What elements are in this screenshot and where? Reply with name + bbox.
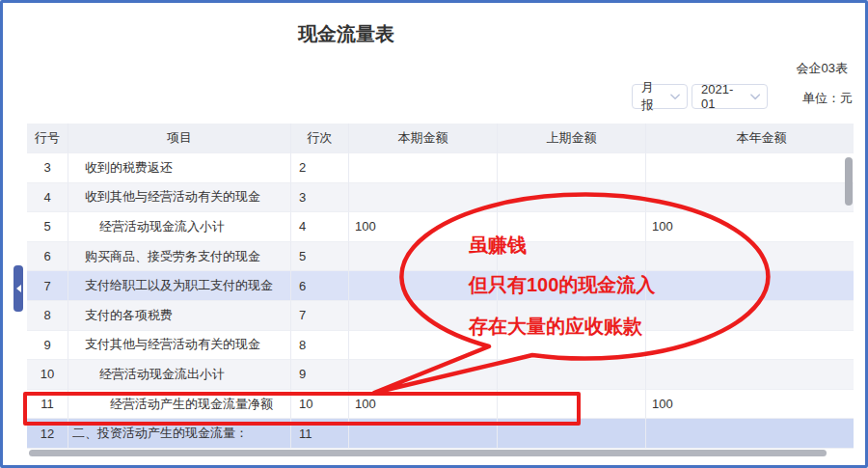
vertical-scrollbar-thumb[interactable]: [845, 157, 853, 206]
cell-row-no: 12: [27, 419, 68, 449]
cell-prior-amount: [498, 271, 646, 301]
table-row[interactable]: 9 支付其他与经营活动有关的现金 8: [27, 331, 854, 361]
cell-item: 二、投资活动产生的现金流量：: [68, 419, 291, 449]
unit-label: 单位：元: [802, 90, 853, 107]
sidebar-collapse-handle[interactable]: [14, 265, 23, 312]
form-code-label: 会企03表: [797, 60, 848, 77]
cell-current-amount: 100: [349, 212, 498, 242]
table-header-row: 行号 项目 行次 本期金额 上期金额 本年金额: [27, 124, 854, 153]
cell-item: 支付的各项税费: [68, 301, 291, 331]
cell-year-amount: 100: [646, 390, 854, 420]
period-type-select[interactable]: 月报: [632, 84, 688, 109]
cell-current-amount: [349, 242, 498, 272]
cell-item: 支付其他与经营活动有关的现金: [68, 331, 291, 361]
cash-flow-table: 行号 项目 行次 本期金额 上期金额 本年金额 3 收到的税费返还 2 4 收到…: [27, 124, 854, 449]
cell-current-amount: [349, 360, 498, 390]
period-type-value: 月报: [641, 79, 665, 114]
cell-item: 经营活动现金流出小计: [68, 360, 291, 390]
cell-year-amount: [646, 360, 854, 390]
column-header-item: 项目: [68, 124, 291, 153]
cell-year-amount: [646, 183, 854, 213]
cell-prior-amount: [498, 390, 646, 420]
cell-line-no: 3: [291, 183, 349, 213]
table-row[interactable]: 12 二、投资活动产生的现金流量： 11: [27, 419, 854, 449]
cell-year-amount: 100: [646, 212, 854, 242]
cell-line-no: 5: [291, 242, 349, 272]
collapse-left-icon: [16, 285, 21, 292]
cell-prior-amount: [498, 242, 646, 272]
cell-year-amount: [646, 153, 854, 183]
cell-item: 经营活动产生的现金流量净额: [68, 390, 291, 420]
table-row[interactable]: 10 经营活动现金流出小计 9: [27, 360, 854, 390]
cell-line-no: 4: [291, 212, 349, 242]
cash-flow-statement-window: 现金流量表 会企03表 单位：元 月报 2021-01 行号 项目 行次 本期金…: [0, 0, 868, 468]
cell-year-amount: [646, 419, 854, 449]
cell-year-amount: [646, 301, 854, 331]
cell-item: 支付给职工以及为职工支付的现金: [68, 271, 291, 301]
cell-line-no: 7: [291, 301, 349, 331]
cell-current-amount: [349, 419, 498, 449]
chevron-down-icon: [750, 94, 760, 100]
cell-line-no: 9: [291, 360, 349, 390]
cell-current-amount: [349, 301, 498, 331]
cell-row-no: 11: [27, 390, 68, 420]
column-header-prior-amount: 上期金额: [498, 124, 646, 153]
cell-row-no: 10: [27, 360, 68, 390]
cell-prior-amount: [498, 183, 646, 213]
cell-current-amount: [349, 271, 498, 301]
cell-item: 收到的税费返还: [68, 153, 291, 183]
cell-row-no: 6: [27, 242, 68, 272]
cell-row-no: 9: [27, 331, 68, 361]
cell-current-amount: [349, 331, 498, 361]
cell-row-no: 8: [27, 301, 68, 331]
table-row[interactable]: 4 收到其他与经营活动有关的现金 3: [27, 183, 854, 213]
cell-prior-amount: [498, 419, 646, 449]
cell-line-no: 8: [291, 331, 349, 361]
table-row[interactable]: 11 经营活动产生的现金流量净额 10 100 100: [27, 390, 854, 420]
cell-line-no: 2: [291, 153, 349, 183]
cell-row-no: 4: [27, 183, 68, 213]
cell-year-amount: [646, 331, 854, 361]
cell-current-amount: [349, 183, 498, 213]
cell-current-amount: [349, 153, 498, 183]
page-title: 现金流量表: [298, 21, 394, 47]
cell-prior-amount: [498, 331, 646, 361]
cell-row-no: 5: [27, 212, 68, 242]
cell-prior-amount: [498, 153, 646, 183]
table-body: 3 收到的税费返还 2 4 收到其他与经营活动有关的现金 3 5 经营活动现金流…: [27, 153, 854, 449]
cell-prior-amount: [498, 212, 646, 242]
horizontal-scrollbar-thumb[interactable]: [29, 450, 827, 456]
cell-item: 购买商品、接受劳务支付的现金: [68, 242, 291, 272]
cell-line-no: 11: [291, 419, 349, 449]
cell-item: 收到其他与经营活动有关的现金: [68, 183, 291, 213]
table-row[interactable]: 3 收到的税费返还 2: [27, 153, 854, 183]
table-row[interactable]: 5 经营活动现金流入小计 4 100 100: [27, 212, 854, 242]
cell-current-amount: 100: [349, 390, 498, 420]
cell-line-no: 10: [291, 390, 349, 420]
report-month-select[interactable]: 2021-01: [692, 84, 768, 109]
cell-line-no: 6: [291, 271, 349, 301]
table-row[interactable]: 8 支付的各项税费 7: [27, 301, 854, 331]
cell-row-no: 3: [27, 153, 68, 183]
table-row[interactable]: 7 支付给职工以及为职工支付的现金 6: [27, 271, 854, 301]
cell-item: 经营活动现金流入小计: [68, 212, 291, 242]
column-header-line-no: 行次: [291, 124, 349, 153]
column-header-year-amount: 本年金额: [646, 124, 854, 153]
cell-prior-amount: [498, 301, 646, 331]
cell-row-no: 7: [27, 271, 68, 301]
cell-year-amount: [646, 271, 854, 301]
chevron-down-icon: [670, 94, 680, 100]
column-header-current-amount: 本期金额: [349, 124, 498, 153]
table-row[interactable]: 6 购买商品、接受劳务支付的现金 5: [27, 242, 854, 272]
column-header-row-no: 行号: [27, 124, 68, 153]
cell-prior-amount: [498, 360, 646, 390]
cell-year-amount: [646, 242, 854, 272]
report-month-value: 2021-01: [701, 82, 745, 111]
